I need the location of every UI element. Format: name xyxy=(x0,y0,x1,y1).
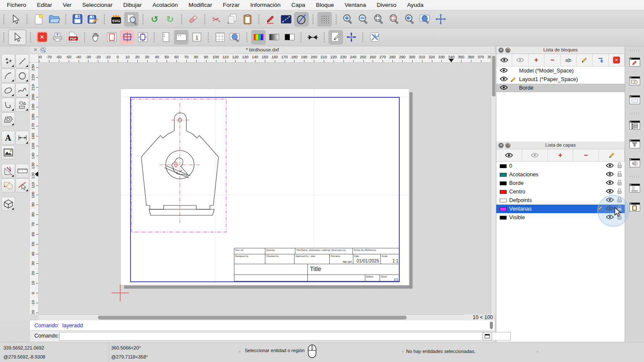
layer-lock-icon[interactable] xyxy=(617,188,622,196)
menu-diverso[interactable]: Diverso xyxy=(377,2,396,8)
select-outlined-button[interactable] xyxy=(8,30,26,45)
tool-points-button[interactable] xyxy=(1,54,15,68)
draft-circle-button[interactable] xyxy=(294,12,309,27)
tool-dimension-button[interactable] xyxy=(15,131,29,145)
draft-bowtie-button[interactable] xyxy=(305,30,320,45)
menu-capa[interactable]: Capa xyxy=(292,2,305,8)
command-options-button[interactable] xyxy=(483,332,492,341)
viewport-fit-button[interactable] xyxy=(135,30,150,45)
block-row-model[interactable]: Model (*Model_Space) xyxy=(496,66,625,75)
block-row-layout1[interactable]: Layout1 (*Paper_Space) xyxy=(496,75,625,84)
tool-ellipse-button[interactable] xyxy=(1,83,15,97)
tool-select-entity-button[interactable] xyxy=(15,178,29,193)
menu-acotacion[interactable]: Acotación xyxy=(152,2,178,8)
page-single-button[interactable]: 1 xyxy=(189,30,204,45)
vertical-scrollbar[interactable] xyxy=(491,54,496,314)
redo-button[interactable]: ↻ xyxy=(163,12,177,27)
dock-quick-shapes-toggle[interactable] xyxy=(627,73,642,88)
block-visibility-eye-icon[interactable] xyxy=(500,76,508,83)
menu-ventana[interactable]: Ventana xyxy=(345,2,366,8)
remove-layer-button[interactable]: − xyxy=(573,149,599,161)
layer-visibility-eye-icon[interactable] xyxy=(606,180,614,187)
line-style-button[interactable] xyxy=(279,12,293,27)
pan-hand-button[interactable] xyxy=(89,30,103,45)
color-gray-button[interactable] xyxy=(267,30,281,45)
export-svg-button[interactable]: SVG xyxy=(109,12,123,27)
zoom-auto-button[interactable] xyxy=(371,12,386,27)
dock-library-widget-toggle[interactable] xyxy=(627,155,642,170)
menu-bloque[interactable]: Bloque xyxy=(316,2,334,8)
layer-visibility-eye-icon[interactable] xyxy=(606,163,614,169)
hide-all-blocks-button[interactable] xyxy=(512,54,528,66)
zoom-in-button[interactable] xyxy=(340,12,355,27)
layer-visibility-eye-icon[interactable] xyxy=(606,189,614,195)
layer-visibility-eye-icon[interactable] xyxy=(606,172,614,178)
color-bw-button[interactable] xyxy=(282,30,297,45)
grid-3x3-button[interactable] xyxy=(213,30,227,45)
undo-button[interactable]: ↺ xyxy=(147,12,162,27)
menu-modificar[interactable]: Modificar xyxy=(188,2,212,8)
tool-spline-button[interactable] xyxy=(15,83,29,97)
vertical-scrollbar-thumb[interactable] xyxy=(492,56,495,97)
block-row-borde[interactable]: Borde xyxy=(496,84,625,92)
add-block-button[interactable]: + xyxy=(529,54,544,66)
menu-editar[interactable]: Editar xyxy=(37,2,52,8)
block-visibility-eye-icon[interactable] xyxy=(500,68,508,74)
tool-line-button[interactable] xyxy=(15,54,29,68)
paste-button[interactable] xyxy=(240,12,255,27)
dock-pen-palette-toggle[interactable] xyxy=(627,54,642,69)
page-portrait-button[interactable] xyxy=(158,30,173,45)
tool-arc-button[interactable] xyxy=(1,69,15,83)
add-layer-button[interactable]: + xyxy=(548,149,574,161)
save-button[interactable] xyxy=(70,12,85,27)
menu-ver[interactable]: Ver xyxy=(63,2,71,8)
menu-forzar[interactable]: Forzar xyxy=(223,2,240,8)
export-pdf-button[interactable]: PDF xyxy=(66,30,80,45)
menu-seleccionar[interactable]: Seleccionar xyxy=(82,2,113,8)
open-file-button[interactable] xyxy=(47,12,61,27)
tool-order-button[interactable] xyxy=(1,178,15,193)
page-edit-button[interactable] xyxy=(328,30,343,45)
pen-red-button[interactable] xyxy=(263,12,278,27)
rename-block-button[interactable]: a|b xyxy=(561,54,577,66)
grid-toggle-button[interactable] xyxy=(317,12,332,27)
zoom-select-button[interactable] xyxy=(387,12,401,27)
zoom-page-fit-button[interactable] xyxy=(228,30,243,45)
zoom-previous-button[interactable] xyxy=(402,12,417,27)
edit-block-button[interactable] xyxy=(577,54,592,66)
tool-image-button[interactable] xyxy=(1,145,15,160)
zoom-pan-button[interactable] xyxy=(433,12,448,27)
viewport-cross-button[interactable] xyxy=(120,30,134,45)
color-full-button[interactable] xyxy=(251,30,266,45)
hide-all-layers-button[interactable] xyxy=(522,149,548,161)
insert-block-button[interactable] xyxy=(592,54,608,66)
layer-lock-icon[interactable] xyxy=(617,179,622,187)
zoom-out-button[interactable] xyxy=(356,12,371,27)
layer-row-acotaciones[interactable]: Acotaciones xyxy=(496,170,625,179)
select-cursor-button[interactable] xyxy=(8,12,23,27)
remove-block-button[interactable]: − xyxy=(544,54,560,66)
tool-text-button[interactable]: A xyxy=(1,131,15,145)
menu-dibujar[interactable]: Dibujar xyxy=(123,2,142,8)
settings-tools-button[interactable] xyxy=(367,30,382,45)
horizontal-scrollbar[interactable] xyxy=(39,314,495,320)
command-input[interactable] xyxy=(59,332,511,341)
tool-polyline-button[interactable] xyxy=(1,98,15,112)
tool-modify-button[interactable] xyxy=(1,164,15,178)
layer-row-centro[interactable]: Centro xyxy=(496,187,625,196)
print-button[interactable] xyxy=(50,30,65,45)
dock-list-widget-toggle[interactable] xyxy=(627,118,642,132)
dock-filter-widget-toggle[interactable] xyxy=(627,136,642,151)
new-file-button[interactable] xyxy=(31,12,46,27)
page-landscape-button[interactable] xyxy=(174,30,188,45)
layer-row-0[interactable]: 0 xyxy=(496,162,625,170)
print-preview-button[interactable] xyxy=(124,12,139,27)
layer-row-borde[interactable]: Borde xyxy=(496,179,625,187)
copy-button[interactable]: + xyxy=(225,12,239,27)
block-visibility-eye-icon[interactable] xyxy=(500,85,508,91)
menu-informacion[interactable]: Información xyxy=(250,2,281,8)
show-all-layers-button[interactable] xyxy=(496,149,522,161)
horizontal-scrollbar-thumb[interactable] xyxy=(98,316,407,320)
dock-preview-widget-toggle[interactable] xyxy=(627,92,642,107)
tool-hatch-button[interactable] xyxy=(1,112,15,127)
